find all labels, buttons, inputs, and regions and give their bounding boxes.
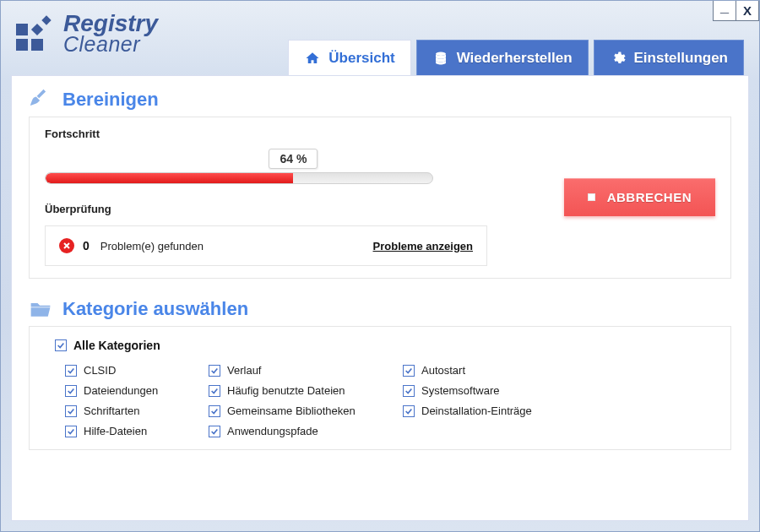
category-item[interactable]: Gemeinsame Bibliotheken bbox=[209, 404, 403, 417]
title-bar-controls: _ X bbox=[714, 1, 759, 21]
section-clean-label: Bereinigen bbox=[62, 89, 159, 111]
all-categories-label: Alle Kategorien bbox=[73, 339, 160, 352]
category-label: Anwendungspfade bbox=[227, 425, 318, 437]
tab-settings-label: Einstellungen bbox=[634, 50, 728, 67]
main-panel: Bereinigen Fortschritt 64 % Überprüfung bbox=[11, 75, 749, 521]
category-column: AutostartSystemsoftwareDeinstallation-Ei… bbox=[403, 364, 715, 437]
logo-line-2: Cleaner bbox=[63, 35, 158, 54]
cancel-button[interactable]: ABBRECHEN bbox=[564, 178, 715, 216]
progress-value-bubble: 64 % bbox=[269, 149, 318, 169]
problems-count: 0 bbox=[83, 239, 90, 252]
tab-restore[interactable]: Wiederherstellen bbox=[416, 40, 589, 75]
section-categories-title: Kategorie auswählen bbox=[29, 297, 731, 321]
folder-icon bbox=[29, 297, 52, 321]
category-column: CLSIDDateiendungenSchriftartenHilfe-Date… bbox=[65, 364, 209, 437]
category-item[interactable]: Systemsoftware bbox=[403, 384, 715, 397]
category-column: VerlaufHäufig benutzte DateienGemeinsame… bbox=[209, 364, 403, 437]
error-icon bbox=[59, 238, 74, 253]
checkbox-icon[interactable] bbox=[209, 365, 220, 377]
category-item[interactable]: Autostart bbox=[403, 364, 715, 377]
categories-box: Alle Kategorien CLSIDDateiendungenSchrif… bbox=[29, 326, 731, 450]
checkbox-icon[interactable] bbox=[65, 365, 77, 377]
category-item[interactable]: Häufig benutzte Dateien bbox=[209, 384, 403, 397]
app-logo: Registry Cleaner bbox=[16, 13, 158, 75]
category-item[interactable]: CLSID bbox=[65, 364, 209, 377]
progress-label: Fortschritt bbox=[45, 128, 487, 140]
checkbox-icon[interactable] bbox=[65, 385, 77, 397]
close-button[interactable]: X bbox=[736, 1, 759, 21]
category-label: Gemeinsame Bibliotheken bbox=[227, 404, 356, 417]
svg-point-0 bbox=[436, 52, 446, 56]
tab-overview[interactable]: Übersicht bbox=[288, 40, 410, 75]
checkbox-icon[interactable] bbox=[209, 385, 220, 397]
category-item[interactable]: Dateiendungen bbox=[65, 384, 209, 397]
category-label: CLSID bbox=[84, 364, 116, 377]
category-label: Autostart bbox=[421, 364, 465, 377]
category-item[interactable]: Verlauf bbox=[209, 364, 403, 377]
section-categories-label: Kategorie auswählen bbox=[62, 298, 248, 320]
problems-found-text: Problem(e) gefunden bbox=[100, 240, 204, 252]
section-clean-title: Bereinigen bbox=[29, 88, 731, 111]
close-icon: X bbox=[743, 3, 752, 18]
category-item[interactable]: Schriftarten bbox=[65, 404, 209, 417]
progress-fill bbox=[46, 173, 293, 183]
category-item[interactable]: Deinstallation-Einträge bbox=[403, 404, 715, 417]
progress-bar: 64 % bbox=[45, 149, 433, 184]
check-label: Überprüfung bbox=[45, 203, 487, 215]
clean-box: Fortschritt 64 % Überprüfung 0 Problem( bbox=[29, 117, 731, 279]
category-label: Hilfe-Dateien bbox=[84, 425, 147, 437]
cancel-button-label: ABBRECHEN bbox=[607, 190, 692, 204]
category-label: Verlauf bbox=[227, 364, 261, 377]
check-result-box: 0 Problem(e) gefunden Probleme anzeigen bbox=[45, 225, 487, 266]
category-label: Deinstallation-Einträge bbox=[421, 404, 532, 417]
category-columns: CLSIDDateiendungenSchriftartenHilfe-Date… bbox=[45, 364, 715, 437]
home-icon bbox=[304, 51, 321, 66]
progress-track bbox=[45, 172, 433, 184]
all-categories-row[interactable]: Alle Kategorien bbox=[45, 337, 715, 364]
category-item[interactable]: Anwendungspfade bbox=[209, 425, 403, 437]
broom-icon bbox=[29, 88, 52, 111]
checkbox-icon[interactable] bbox=[403, 405, 415, 417]
checkbox-icon[interactable] bbox=[403, 365, 415, 377]
stop-icon bbox=[588, 193, 595, 201]
checkbox-icon[interactable] bbox=[209, 405, 220, 417]
logo-mark-icon bbox=[16, 14, 55, 52]
minimize-icon: _ bbox=[720, 0, 729, 16]
checkbox-icon[interactable] bbox=[65, 405, 77, 417]
tab-overview-label: Übersicht bbox=[328, 50, 394, 67]
category-label: Systemsoftware bbox=[421, 384, 499, 397]
category-label: Dateiendungen bbox=[84, 384, 158, 397]
category-label: Häufig benutzte Dateien bbox=[227, 384, 345, 397]
gear-icon bbox=[610, 51, 627, 66]
minimize-button[interactable]: _ bbox=[713, 1, 736, 21]
database-icon bbox=[432, 51, 449, 66]
checkbox-all[interactable] bbox=[55, 339, 67, 351]
show-problems-link[interactable]: Probleme anzeigen bbox=[373, 240, 473, 252]
tab-settings[interactable]: Einstellungen bbox=[594, 40, 744, 75]
main-tabs: Übersicht Wiederherstellen Einstellungen bbox=[288, 40, 744, 75]
header: Registry Cleaner Übersicht Wiederherstel… bbox=[1, 1, 759, 75]
logo-line-1: Registry bbox=[63, 13, 158, 34]
tab-restore-label: Wiederherstellen bbox=[457, 50, 573, 67]
checkbox-icon[interactable] bbox=[403, 385, 415, 397]
logo-text: Registry Cleaner bbox=[63, 13, 158, 53]
category-item[interactable]: Hilfe-Dateien bbox=[65, 425, 209, 437]
app-window: _ X Registry Cleaner Übersicht bbox=[0, 0, 760, 532]
checkbox-icon[interactable] bbox=[65, 426, 77, 437]
category-label: Schriftarten bbox=[84, 404, 139, 417]
checkbox-icon[interactable] bbox=[209, 426, 220, 437]
